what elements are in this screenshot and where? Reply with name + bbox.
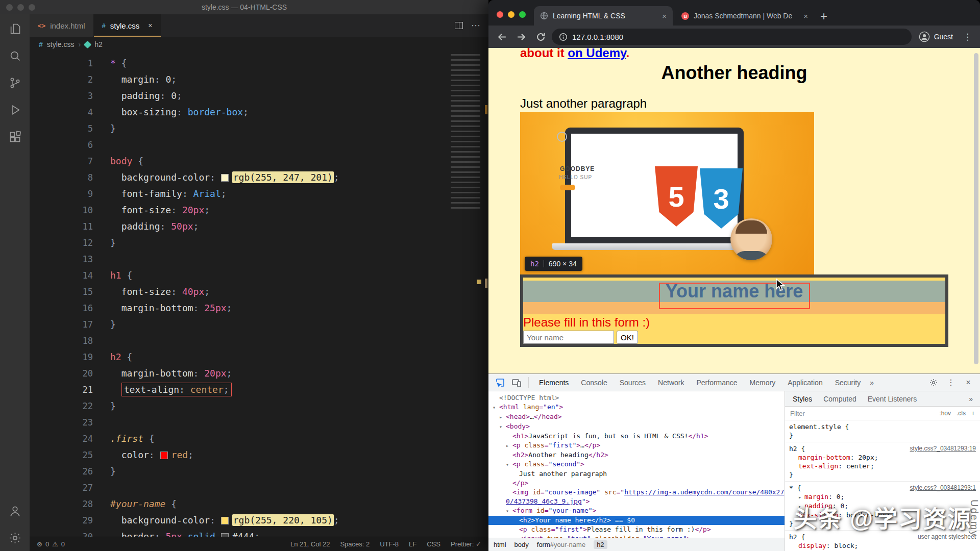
profile-button[interactable]: Guest — [915, 31, 957, 42]
styles-tab-styles[interactable]: Styles — [787, 395, 818, 403]
css-rule[interactable]: style.css?_03481293:19h2 {margin-bottom:… — [785, 442, 980, 482]
code-line[interactable]: background-color: rgb(255, 247, 201); — [110, 169, 488, 186]
status-item[interactable]: LF — [409, 540, 416, 548]
device-toolbar-icon[interactable] — [509, 375, 524, 390]
browser-tab-inactive[interactable]: u Jonas Schmedtmann | Web De × — [675, 6, 814, 26]
dom-breadcrumb-form[interactable]: form#your-name — [537, 541, 585, 548]
dom-node[interactable]: <img id="course-image" src="https://img-… — [488, 488, 785, 506]
code-line[interactable]: * { — [110, 55, 488, 71]
dom-node[interactable]: Just another paragraph — [488, 469, 785, 479]
styles-toggle[interactable]: :hov — [939, 410, 951, 417]
code-line[interactable] — [110, 333, 488, 349]
close-tab-icon[interactable]: × — [803, 12, 808, 20]
site-info-icon[interactable] — [559, 33, 568, 41]
status-item[interactable]: CSS — [427, 540, 440, 548]
devtools-tab-sources[interactable]: Sources — [614, 374, 652, 391]
code-line[interactable]: #your-name { — [110, 496, 488, 512]
account-icon[interactable] — [8, 504, 22, 518]
css-rule[interactable]: element.style {} — [785, 420, 980, 442]
code-line[interactable] — [110, 137, 488, 153]
status-item[interactable]: Spaces: 2 — [340, 540, 370, 548]
vscode-window-controls[interactable] — [6, 4, 35, 11]
url-text[interactable]: 127.0.0.1:8080 — [572, 33, 623, 41]
code-line[interactable] — [110, 480, 488, 496]
dom-node[interactable]: <h2>Another heading</h2> — [488, 450, 785, 460]
code-line[interactable]: } — [110, 235, 488, 251]
styles-tab-computed[interactable]: Computed — [818, 395, 862, 403]
dom-breadcrumb-body[interactable]: body — [514, 541, 529, 548]
split-editor-icon[interactable] — [455, 22, 463, 29]
color-swatch[interactable] — [221, 533, 229, 537]
status-item[interactable]: Ln 21, Col 22 — [290, 540, 330, 548]
code-line[interactable]: font-size: 20px; — [110, 202, 488, 218]
code-line[interactable] — [110, 414, 488, 431]
run-debug-icon[interactable] — [8, 103, 22, 117]
code-line[interactable]: border: 5px solid #444; — [110, 529, 488, 537]
status-item[interactable]: Prettier: ✓ — [451, 540, 481, 548]
code-line[interactable]: h1 { — [110, 267, 488, 284]
page-scrollbar[interactable] — [974, 53, 978, 364]
code-line[interactable]: } — [110, 316, 488, 333]
code-line[interactable]: body { — [110, 153, 488, 169]
new-tab-button[interactable]: + — [820, 10, 827, 22]
breadcrumb-symbol[interactable]: h2 — [94, 40, 103, 48]
rule-source-link[interactable]: style.css?_003481293:1 — [910, 484, 976, 492]
dom-node[interactable]: ▾<p class="second"> — [488, 460, 785, 469]
styles-toggle[interactable]: .cls — [957, 410, 966, 417]
devtools-tab-security[interactable]: Security — [829, 374, 867, 391]
devtools-menu-icon[interactable]: ⋮ — [943, 375, 959, 390]
code-line[interactable]: text-align: center; — [110, 382, 488, 398]
editor-code[interactable]: * { margin: 0; padding: 0; box-sizing: b… — [97, 52, 488, 537]
settings-gear-icon[interactable] — [8, 531, 22, 545]
tab-index-html[interactable]: <> index.html — [30, 14, 94, 37]
devtools-tab-application[interactable]: Application — [781, 374, 829, 391]
styles-tabs-overflow-icon[interactable]: » — [964, 395, 978, 403]
dom-breadcrumb-h2[interactable]: h2 — [594, 540, 607, 549]
dom-node[interactable]: ▾<body> — [488, 422, 785, 432]
code-line[interactable]: box-sizing: border-box; — [110, 104, 488, 120]
css-rule[interactable]: user agent stylesheeth2 {display: block;… — [785, 531, 980, 551]
color-swatch[interactable] — [160, 452, 168, 459]
reload-icon[interactable] — [532, 29, 549, 45]
dom-node[interactable]: ▾<html lang="en"> — [488, 403, 785, 412]
browser-window-controls[interactable] — [497, 11, 526, 18]
explorer-icon[interactable] — [8, 21, 22, 36]
udemy-link[interactable]: on Udemy — [568, 48, 626, 60]
name-input[interactable] — [523, 331, 614, 344]
rule-source-link[interactable]: user agent stylesheet — [918, 533, 976, 541]
rule-source-link[interactable]: style.css?_03481293:19 — [910, 444, 976, 453]
code-line[interactable]: font-size: 40px; — [110, 284, 488, 300]
dom-node[interactable]: ▸<p class="first">…</p> — [488, 441, 785, 450]
dom-node[interactable]: ▾<form id="your-name"> — [488, 506, 785, 516]
inspect-element-icon[interactable] — [493, 375, 508, 390]
dom-node[interactable]: <input type="text" placeholder="Your nam… — [488, 534, 785, 538]
close-tab-icon[interactable]: × — [662, 12, 667, 20]
code-line[interactable]: font-family: Arial; — [110, 186, 488, 202]
tabs-overflow-icon[interactable]: » — [867, 374, 877, 391]
styles-toggle[interactable]: + — [971, 410, 975, 417]
styles-tab-event-listeners[interactable]: Event Listeners — [862, 395, 923, 403]
problems-status[interactable]: ⊗ 0 ⚠ 0 — [37, 540, 65, 548]
code-line[interactable] — [110, 251, 488, 267]
browser-menu-icon[interactable]: ⋮ — [960, 32, 975, 42]
devtools-tab-performance[interactable]: Performance — [690, 374, 743, 391]
color-swatch[interactable] — [221, 517, 229, 524]
code-editor[interactable]: 1234567891011121314151617181920212223242… — [30, 52, 488, 537]
dom-breadcrumb-html[interactable]: html — [494, 541, 506, 548]
devtools-tab-memory[interactable]: Memory — [744, 374, 782, 391]
code-line[interactable]: } — [110, 463, 488, 480]
dom-node[interactable]: <h1>JavaScript is fun, but so is HTML & … — [488, 432, 785, 441]
devtools-tab-network[interactable]: Network — [652, 374, 690, 391]
devtools-close-icon[interactable]: × — [961, 375, 976, 390]
dom-node[interactable]: <!DOCTYPE html> — [488, 393, 785, 403]
address-bar[interactable]: 127.0.0.1:8080 — [552, 29, 912, 45]
code-line[interactable]: } — [110, 120, 488, 137]
breadcrumb[interactable]: # style.css › h2 — [30, 37, 488, 52]
status-item[interactable]: UTF-8 — [380, 540, 399, 548]
code-line[interactable]: background-color: rgb(255, 220, 105); — [110, 512, 488, 529]
code-line[interactable]: .first { — [110, 431, 488, 447]
code-line[interactable]: margin: 0; — [110, 71, 488, 88]
devtools-tab-elements[interactable]: Elements — [533, 374, 575, 391]
code-line[interactable]: padding: 0; — [110, 88, 488, 104]
more-actions-icon[interactable]: ⋯ — [471, 20, 480, 31]
